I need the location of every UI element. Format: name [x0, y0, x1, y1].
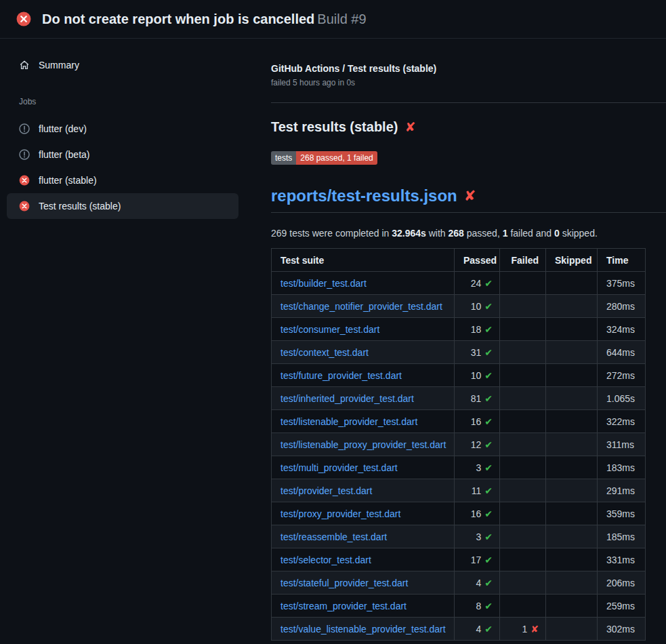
test-suite-link[interactable]: test/provider_test.dart: [280, 485, 372, 496]
test-suite-link[interactable]: test/inherited_provider_test.dart: [280, 393, 414, 404]
time-cell: 331ms: [598, 548, 646, 571]
count-cell: [546, 571, 598, 595]
test-suite-link[interactable]: test/builder_test.dart: [280, 278, 367, 289]
test-suite-cell: test/multi_provider_test.dart: [272, 456, 455, 479]
pass-check-icon: ✔: [484, 370, 493, 381]
test-suite-cell: test/inherited_provider_test.dart: [272, 387, 455, 410]
time-cell: 183ms: [598, 456, 646, 479]
column-header-failed: Failed: [500, 249, 546, 272]
test-suite-link[interactable]: test/context_test.dart: [280, 347, 369, 358]
time-cell: 302ms: [598, 618, 646, 641]
pass-check-icon: ✔: [484, 324, 493, 335]
test-suite-link[interactable]: test/future_provider_test.dart: [280, 370, 402, 381]
count-cell: 24✔: [455, 272, 500, 295]
count-cell: [546, 387, 598, 410]
results-summary: 269 tests were completed in 32.964s with…: [271, 228, 666, 239]
sidebar-item-job[interactable]: flutter (stable): [7, 167, 238, 193]
sidebar-item-job[interactable]: flutter (dev): [7, 116, 238, 142]
count-cell: 4✔: [455, 618, 500, 641]
time-cell: 1.065s: [598, 387, 646, 410]
report-link[interactable]: reports/test-results.json: [271, 186, 457, 205]
test-suite-cell: test/change_notifier_provider_test.dart: [272, 295, 455, 318]
time-cell: 324ms: [598, 318, 646, 341]
count-value: 24: [471, 278, 482, 289]
section-title-text: Test results (stable): [271, 119, 398, 135]
time-cell: 359ms: [598, 502, 646, 525]
count-cell: 16✔: [455, 410, 500, 433]
test-suite-cell: test/future_provider_test.dart: [272, 364, 455, 387]
pass-check-icon: ✔: [484, 278, 493, 289]
count-cell: 18✔: [455, 318, 500, 341]
sidebar-item-summary[interactable]: Summary: [7, 52, 238, 78]
count-cell: [546, 618, 598, 641]
failed-count-cell: [500, 525, 546, 548]
time-cell: 291ms: [598, 479, 646, 502]
count-value: 4: [476, 578, 481, 588]
summary-skipped-count: 0: [554, 228, 560, 239]
test-suite-cell: test/selector_test.dart: [272, 548, 455, 571]
column-header-passed: Passed: [455, 249, 500, 272]
count-cell: 31✔: [455, 341, 500, 364]
summary-text: skipped.: [560, 228, 598, 239]
test-suite-link[interactable]: test/stream_provider_test.dart: [280, 601, 407, 611]
failed-count-cell: [500, 433, 546, 456]
count-cell: 4✔: [455, 571, 500, 595]
test-suite-link[interactable]: test/multi_provider_test.dart: [280, 462, 398, 473]
test-suite-link[interactable]: test/listenable_proxy_provider_test.dart: [280, 439, 446, 450]
sidebar-item-job[interactable]: flutter (beta): [7, 142, 238, 167]
count-cell: [546, 433, 598, 456]
count-cell: 11✔: [455, 479, 500, 502]
test-suite-cell: test/proxy_provider_test.dart: [272, 502, 455, 525]
summary-text: 269 tests were completed in: [271, 228, 392, 239]
table-row: test/inherited_provider_test.dart81✔1.06…: [272, 387, 646, 410]
failed-count-cell: [500, 295, 546, 318]
page-title: Do not create report when job is cancell…: [42, 12, 367, 27]
count-cell: [546, 318, 598, 341]
run-meta: failed 5 hours ago in 0s: [271, 78, 666, 87]
pass-check-icon: ✔: [484, 601, 493, 611]
test-suite-link[interactable]: test/listenable_provider_test.dart: [280, 416, 417, 427]
column-header-time: Time: [598, 249, 646, 272]
test-suite-link[interactable]: test/proxy_provider_test.dart: [280, 508, 400, 519]
test-suite-link[interactable]: test/change_notifier_provider_test.dart: [280, 301, 442, 312]
failed-count-cell: [500, 479, 546, 502]
pass-check-icon: ✔: [484, 416, 493, 427]
badge-value: 268 passed, 1 failed: [296, 151, 377, 165]
test-suite-link[interactable]: test/value_listenable_provider_test.dart: [280, 624, 446, 635]
count-value: 3: [476, 462, 481, 473]
time-cell: 185ms: [598, 525, 646, 548]
count-cell: [546, 341, 598, 364]
table-row: test/change_notifier_provider_test.dart1…: [272, 295, 646, 318]
divider: [271, 102, 666, 103]
table-row: test/listenable_proxy_provider_test.dart…: [272, 433, 646, 456]
header: Do not create report when job is cancell…: [0, 0, 666, 39]
failed-count-cell: [500, 364, 546, 387]
test-suite-link[interactable]: test/selector_test.dart: [280, 555, 371, 565]
test-suite-cell: test/reassemble_test.dart: [272, 525, 455, 548]
test-suite-cell: test/listenable_proxy_provider_test.dart: [272, 433, 455, 456]
summary-failed-count: 1: [503, 228, 508, 239]
test-suite-link[interactable]: test/reassemble_test.dart: [280, 531, 387, 542]
summary-passed-count: 268: [449, 228, 464, 239]
failed-status-icon: [19, 175, 30, 186]
time-cell: 311ms: [598, 433, 646, 456]
count-cell: [546, 479, 598, 502]
count-cell: 3✔: [455, 525, 500, 548]
failed-count-cell: [500, 502, 546, 525]
pass-check-icon: ✔: [484, 462, 493, 473]
test-suite-link[interactable]: test/consumer_test.dart: [280, 324, 379, 335]
failed-count-cell: [500, 272, 546, 295]
failed-count-cell: [500, 571, 546, 595]
count-value: 3: [476, 531, 481, 542]
check-run-page: Do not create report when job is cancell…: [0, 0, 666, 641]
body-layout: Summary Jobs flutter (dev)flutter (beta)…: [0, 39, 666, 641]
sidebar-item-label: flutter (beta): [39, 149, 89, 160]
count-cell: 17✔: [455, 548, 500, 571]
time-cell: 644ms: [598, 341, 646, 364]
test-suite-link[interactable]: test/stateful_provider_test.dart: [280, 578, 408, 588]
summary-text: failed and: [508, 228, 555, 239]
count-cell: 12✔: [455, 433, 500, 456]
table-row: test/future_provider_test.dart10✔272ms: [272, 364, 646, 387]
table-row: test/consumer_test.dart18✔324ms: [272, 318, 646, 341]
sidebar-item-job[interactable]: Test results (stable): [7, 193, 238, 219]
